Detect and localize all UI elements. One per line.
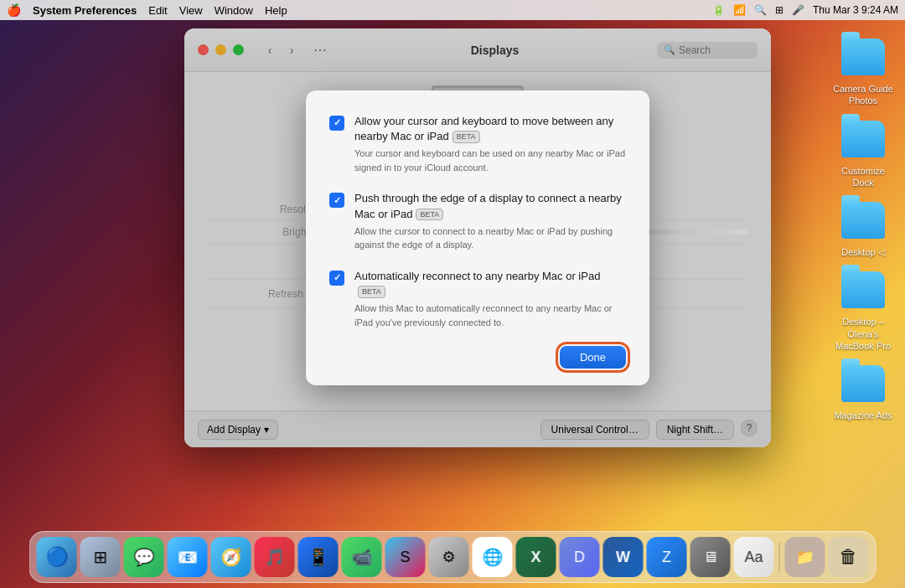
battery-icon: 🔋: [712, 4, 725, 16]
dock-item-mail[interactable]: 📧: [168, 537, 208, 577]
dock-separator: [779, 542, 780, 572]
beta-badge-2: BETA: [416, 209, 443, 221]
option-1-desc: Your cursor and keyboard can be used on …: [354, 147, 626, 174]
option-2-desc: Allow the cursor to connect to a nearby …: [354, 224, 626, 252]
done-button[interactable]: Done: [560, 346, 626, 369]
desktop-icon-camera-guide[interactable]: Camera GuidePhotos: [830, 34, 897, 107]
dock-item-word[interactable]: W: [603, 537, 644, 577]
dock-item-zoom[interactable]: Z: [647, 537, 687, 577]
dock-item-settings[interactable]: ⚙: [429, 537, 469, 577]
menu-edit[interactable]: Edit: [148, 4, 167, 17]
checkbox-option-2[interactable]: [329, 193, 344, 208]
beta-badge-1: BETA: [452, 131, 480, 143]
modal-option-1: Allow your cursor and keyboard to move b…: [329, 114, 626, 174]
dock-item-music[interactable]: 🎵: [255, 537, 295, 577]
checkbox-option-1[interactable]: [329, 116, 344, 131]
dock: 🔵 ⊞ 💬 📧 🧭 🎵 📱 📹 S ⚙ 🌐 X D W Z 🖥 Aa 📁 🗑: [29, 531, 877, 583]
dock-item-launchpad[interactable]: ⊞: [80, 537, 121, 577]
menu-view[interactable]: View: [179, 4, 203, 17]
dock-item-messages[interactable]: 💬: [124, 537, 164, 577]
dock-item-appstore[interactable]: 📱: [298, 537, 339, 577]
search-icon[interactable]: 🔍: [754, 4, 767, 16]
modal-option-3: Automatically reconnect to any nearby Ma…: [329, 269, 626, 329]
option-3-text: Automatically reconnect to any nearby Ma…: [354, 269, 626, 329]
siri-icon[interactable]: 🎤: [792, 4, 804, 16]
beta-badge-3: BETA: [358, 286, 385, 298]
desktop-icon-customize-dock[interactable]: Customize Dock: [830, 116, 897, 189]
menubar: 🍎 System Preferences Edit View Window He…: [0, 0, 905, 20]
option-1-title: Allow your cursor and keyboard to move b…: [354, 114, 626, 144]
dock-item-finder[interactable]: 🔵: [37, 537, 77, 577]
modal-overlay: Allow your cursor and keyboard to move b…: [184, 28, 771, 447]
option-2-text: Push through the edge of a display to co…: [354, 191, 626, 251]
dock-item-downloads[interactable]: 📁: [785, 537, 825, 577]
control-center-icon[interactable]: ⊞: [775, 4, 783, 16]
system-preferences-window: ‹ › ⋯ Displays 🔍 Display: [184, 28, 771, 447]
dock-item-facetime[interactable]: 📹: [342, 537, 382, 577]
dock-item-discord[interactable]: D: [560, 537, 600, 577]
modal-option-2: Push through the edge of a display to co…: [329, 191, 626, 251]
apple-menu[interactable]: 🍎: [7, 3, 21, 17]
option-2-title: Push through the edge of a display to co…: [354, 191, 626, 221]
desktop-icons-area: Camera GuidePhotos Customize Dock Deskto…: [830, 34, 897, 422]
desktop-icon-magazine-ads[interactable]: Magazine Ads: [830, 360, 897, 421]
universal-control-modal: Allow your cursor and keyboard to move b…: [306, 90, 649, 385]
dock-item-excel[interactable]: X: [516, 537, 556, 577]
dock-item-display[interactable]: 🖥: [690, 537, 731, 577]
dock-item-slack[interactable]: S: [385, 537, 426, 577]
dock-item-dictionary[interactable]: Aa: [734, 537, 774, 577]
modal-footer: Done: [329, 346, 626, 369]
menu-help[interactable]: Help: [265, 4, 287, 17]
desktop-icon-desktop-macbook[interactable]: Desktop – Olena'sMacBook Pro: [830, 266, 897, 352]
datetime: Thu Mar 3 9:24 AM: [813, 4, 898, 16]
app-name[interactable]: System Preferences: [33, 4, 137, 17]
dock-item-chrome[interactable]: 🌐: [473, 537, 513, 577]
option-3-desc: Allow this Mac to automatically reconnec…: [354, 302, 626, 329]
option-1-text: Allow your cursor and keyboard to move b…: [354, 114, 626, 174]
menu-window[interactable]: Window: [215, 4, 253, 17]
desktop-icon-desktop[interactable]: Desktop ◁: [830, 197, 897, 258]
dock-item-safari[interactable]: 🧭: [211, 537, 251, 577]
checkbox-option-3[interactable]: [329, 271, 344, 286]
wifi-icon: 📶: [733, 4, 746, 16]
dock-item-trash[interactable]: 🗑: [829, 537, 869, 577]
option-3-title: Automatically reconnect to any nearby Ma…: [354, 269, 626, 299]
